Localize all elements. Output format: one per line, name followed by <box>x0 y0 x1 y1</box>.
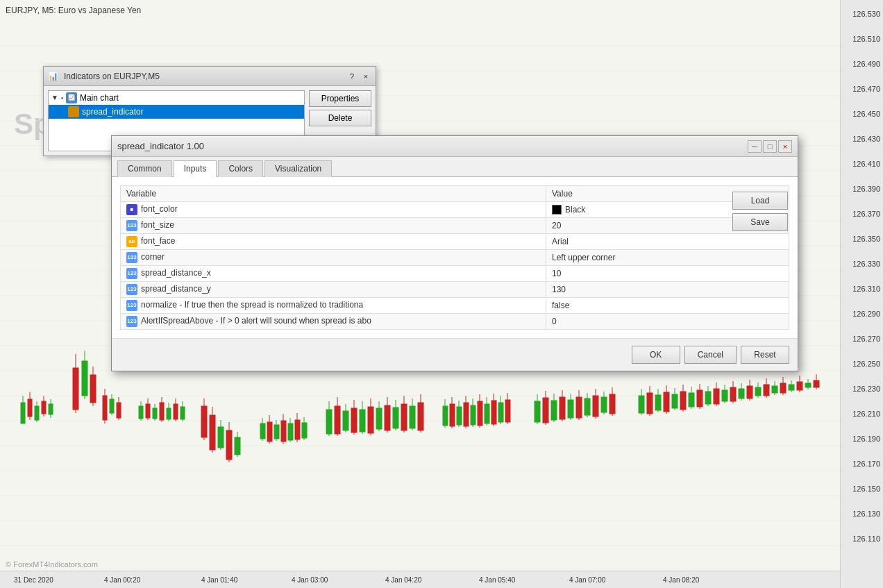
variable-name: spread_distance_x <box>141 268 211 278</box>
var-icon: 123 <box>126 300 137 311</box>
price-126230: 126.230 <box>852 385 880 393</box>
copyright: © ForexMT4Indicators.com <box>6 560 98 569</box>
time-label-7: 4 Jan 08:20 <box>663 576 699 584</box>
tree-expand-icon: ▼ <box>51 94 60 102</box>
ok-button[interactable]: OK <box>632 346 680 364</box>
price-126390: 126.390 <box>852 185 880 193</box>
variable-cell: 123normalize - If true then the spread i… <box>121 298 546 314</box>
value-cell[interactable]: false <box>546 298 789 314</box>
value-text: false <box>552 301 569 310</box>
variable-cell: abfont_face <box>121 234 546 250</box>
properties-content: Variable Value ■font_colorBlack123font_s… <box>112 177 798 338</box>
tab-colors[interactable]: Colors <box>218 160 263 177</box>
price-126310: 126.310 <box>852 285 880 293</box>
close-button[interactable]: × <box>778 140 792 153</box>
cancel-button[interactable]: Cancel <box>684 346 737 364</box>
var-icon: 123 <box>126 268 137 279</box>
price-126430: 126.430 <box>852 135 880 143</box>
variable-cell: 123corner <box>121 250 546 266</box>
variable-name: normalize - If true then the spread is n… <box>141 300 363 310</box>
time-label-4: 4 Jan 04:20 <box>385 576 421 584</box>
value-text: Left upper corner <box>552 253 615 262</box>
tree-indicator-label: spread_indicator <box>82 107 144 117</box>
price-axis-panel: 126.530 126.510 126.490 126.470 126.450 … <box>840 0 883 569</box>
table-row[interactable]: 123cornerLeft upper corner <box>121 250 789 266</box>
var-icon: ab <box>126 236 137 247</box>
price-126410: 126.410 <box>852 160 880 168</box>
tab-visualization[interactable]: Visualization <box>264 160 332 177</box>
value-cell[interactable]: 0 <box>546 314 789 330</box>
properties-bottom: OK Cancel Reset <box>112 338 798 371</box>
price-126130: 126.130 <box>852 510 880 518</box>
var-icon: 123 <box>126 252 137 263</box>
var-icon: ■ <box>126 204 137 215</box>
variable-cell: 123spread_distance_x <box>121 266 546 282</box>
minimize-button[interactable]: ─ <box>748 140 762 153</box>
variable-cell: 123font_size <box>121 218 546 234</box>
tree-indicator[interactable]: spread_indicator <box>49 105 304 119</box>
price-126170: 126.170 <box>852 460 880 468</box>
indicators-dialog-icon: 📊 <box>48 72 58 81</box>
table-row[interactable]: abfont_faceArial <box>121 234 789 250</box>
price-126530: 126.530 <box>852 10 880 18</box>
value-text: Black <box>565 205 585 215</box>
side-buttons: Load Save <box>732 192 788 231</box>
indicators-close-button[interactable]: × <box>360 71 371 82</box>
price-126490: 126.490 <box>852 60 880 68</box>
variable-cell: 123AlertIfSpreadAbove - If > 0 alert wil… <box>121 314 546 330</box>
table-row[interactable]: 123font_size20 <box>121 218 789 234</box>
properties-footer: OK Cancel Reset <box>112 338 798 371</box>
variable-cell: ■font_color <box>121 202 546 218</box>
value-text: 10 <box>552 269 561 278</box>
value-cell[interactable]: Left upper corner <box>546 250 789 266</box>
table-row[interactable]: 123spread_distance_y130 <box>121 282 789 298</box>
price-126150: 126.150 <box>852 485 880 493</box>
price-126250: 126.250 <box>852 360 880 368</box>
properties-title: spread_indicator 1.00 <box>117 141 746 151</box>
variable-cell: 123spread_distance_y <box>121 282 546 298</box>
time-label-6: 4 Jan 07:00 <box>569 576 605 584</box>
reset-button[interactable]: Reset <box>741 346 789 364</box>
save-button[interactable]: Save <box>732 213 788 231</box>
variable-name: font_color <box>141 204 178 214</box>
price-126330: 126.330 <box>852 260 880 268</box>
chart-title: EURJPY, M5: Euro vs Japanese Yen <box>6 6 141 15</box>
properties-dialog: spread_indicator 1.00 ─ □ × Common Input… <box>111 135 798 371</box>
time-label-2: 4 Jan 01:40 <box>201 576 237 584</box>
value-cell[interactable]: 130 <box>546 282 789 298</box>
tab-inputs[interactable]: Inputs <box>174 160 217 177</box>
value-cell[interactable]: 10 <box>546 266 789 282</box>
price-126470: 126.470 <box>852 85 880 93</box>
tree-indicator-icon <box>68 106 79 117</box>
time-axis: 31 Dec 2020 4 Jan 00:20 4 Jan 01:40 4 Ja… <box>0 571 840 588</box>
variable-name: font_face <box>141 236 175 246</box>
price-126190: 126.190 <box>852 435 880 443</box>
tree-chart-icon: 📈 <box>66 92 77 103</box>
time-label-3: 4 Jan 03:00 <box>292 576 328 584</box>
table-row[interactable]: 123normalize - If true then the spread i… <box>121 298 789 314</box>
tree-minus-icon: ▪ <box>61 94 64 102</box>
properties-titlebar: spread_indicator 1.00 ─ □ × <box>112 136 798 157</box>
properties-button[interactable]: Properties <box>309 90 371 107</box>
value-text: 0 <box>552 317 557 326</box>
variable-name: spread_distance_y <box>141 284 211 294</box>
value-text: 20 <box>552 221 561 230</box>
price-126450: 126.450 <box>852 110 880 118</box>
value-cell[interactable]: Arial <box>546 234 789 250</box>
delete-button[interactable]: Delete <box>309 110 371 126</box>
table-row[interactable]: 123spread_distance_x10 <box>121 266 789 282</box>
maximize-button[interactable]: □ <box>763 140 777 153</box>
tab-common[interactable]: Common <box>117 160 172 177</box>
var-icon: 123 <box>126 316 137 327</box>
value-text: 130 <box>552 285 566 294</box>
value-text: Arial <box>552 237 569 246</box>
indicators-help-button[interactable]: ? <box>346 71 358 82</box>
price-126290: 126.290 <box>852 310 880 318</box>
tree-main-chart-label: Main chart <box>80 93 119 103</box>
var-icon: 123 <box>126 220 137 231</box>
table-row[interactable]: 123AlertIfSpreadAbove - If > 0 alert wil… <box>121 314 789 330</box>
price-126510: 126.510 <box>852 35 880 43</box>
load-button[interactable]: Load <box>732 192 788 210</box>
tree-main-chart[interactable]: ▼ ▪ 📈 Main chart <box>49 91 304 105</box>
table-row[interactable]: ■font_colorBlack <box>121 202 789 218</box>
